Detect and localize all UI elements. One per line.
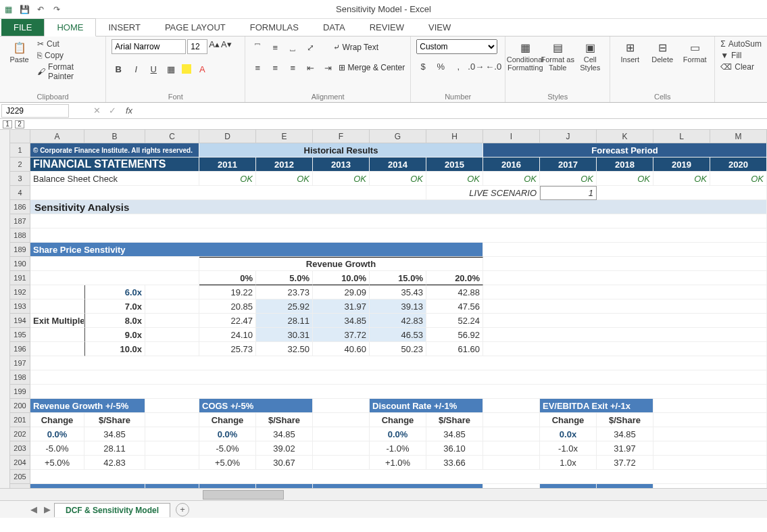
- cell[interactable]: [30, 342, 84, 356]
- row-header[interactable]: 195: [10, 328, 30, 342]
- row-header[interactable]: 201: [10, 413, 30, 427]
- row-header[interactable]: 187: [10, 214, 30, 228]
- cell[interactable]: [30, 470, 767, 484]
- row-header[interactable]: 193: [10, 299, 30, 314]
- conditional-formatting-button[interactable]: ▦Conditional Formatting: [511, 39, 539, 72]
- row-header[interactable]: 191: [10, 271, 30, 285]
- cell[interactable]: $/Share: [84, 413, 145, 427]
- cell[interactable]: 42.88: [426, 285, 483, 299]
- col-header[interactable]: A: [30, 130, 84, 143]
- increase-decimal-icon[interactable]: .0→: [469, 59, 483, 73]
- cell[interactable]: 34.85: [84, 427, 145, 441]
- cell[interactable]: 6.0x: [84, 285, 145, 299]
- cell[interactable]: 0.0x: [540, 427, 597, 441]
- cell[interactable]: [145, 285, 199, 299]
- cell[interactable]: [483, 441, 540, 456]
- cell[interactable]: Change: [199, 413, 256, 427]
- insert-cells-button[interactable]: ⊞Insert: [616, 39, 644, 64]
- cell[interactable]: 10.0x: [84, 342, 145, 356]
- italic-button[interactable]: I: [129, 62, 143, 76]
- cell[interactable]: [313, 441, 370, 456]
- cell[interactable]: [653, 456, 767, 470]
- tab-data[interactable]: DATA: [311, 19, 357, 36]
- cell[interactable]: [145, 399, 199, 413]
- cell[interactable]: [313, 456, 370, 470]
- decrease-decimal-icon[interactable]: ←.0: [487, 59, 500, 73]
- align-bottom-icon[interactable]: ⎵: [286, 41, 299, 54]
- cell[interactable]: 28.11: [84, 441, 145, 456]
- cell[interactable]: 23.73: [256, 285, 313, 299]
- cell[interactable]: [597, 186, 767, 200]
- percent-icon[interactable]: %: [434, 59, 447, 73]
- cell[interactable]: [145, 456, 199, 470]
- cell[interactable]: Sensitivity Analysis: [30, 200, 767, 214]
- cell[interactable]: 30.31: [256, 328, 313, 342]
- cell[interactable]: LIVE SCENARIO: [426, 186, 540, 200]
- col-header[interactable]: D: [199, 130, 256, 143]
- cell[interactable]: 34.85: [597, 427, 653, 441]
- border-button[interactable]: ▦: [164, 62, 178, 76]
- fill-color-button[interactable]: [182, 64, 191, 74]
- save-icon[interactable]: 💾: [19, 4, 30, 15]
- cell[interactable]: Forecast Period: [483, 143, 767, 158]
- cell[interactable]: [145, 342, 199, 356]
- cell[interactable]: [483, 413, 540, 427]
- cell[interactable]: [30, 214, 767, 228]
- cell[interactable]: 34.85: [256, 427, 313, 441]
- cell[interactable]: [145, 314, 199, 328]
- cell[interactable]: 2011: [199, 158, 256, 172]
- font-size-select[interactable]: [187, 39, 207, 54]
- cell[interactable]: 37.72: [313, 328, 370, 342]
- cell[interactable]: 19.22: [199, 285, 256, 299]
- row-header[interactable]: 196: [10, 342, 30, 356]
- row-header[interactable]: 186: [10, 200, 30, 214]
- sheet-tab-active[interactable]: DCF & Sensitivity Model: [54, 503, 170, 517]
- cell[interactable]: OK: [653, 172, 710, 186]
- cell[interactable]: +5.0%: [199, 456, 256, 470]
- undo-icon[interactable]: ↶: [35, 4, 46, 15]
- row-header[interactable]: 203: [10, 441, 30, 456]
- cell[interactable]: 40.60: [313, 342, 370, 356]
- cell[interactable]: 24.10: [199, 328, 256, 342]
- cell[interactable]: [653, 413, 767, 427]
- add-sheet-button[interactable]: +: [176, 503, 189, 516]
- cell[interactable]: Revenue Growth +/-5%: [30, 399, 145, 413]
- cell[interactable]: 29.09: [313, 285, 370, 299]
- cell[interactable]: [483, 271, 767, 285]
- cell[interactable]: 2016: [483, 158, 540, 172]
- cell[interactable]: 2017: [540, 158, 597, 172]
- align-left-icon[interactable]: ≡: [251, 61, 264, 74]
- cell[interactable]: OK: [426, 172, 483, 186]
- cell[interactable]: [483, 427, 540, 441]
- tab-insert[interactable]: INSERT: [96, 19, 152, 36]
- cell[interactable]: Exit Multiple: [30, 314, 84, 328]
- cell[interactable]: [483, 243, 767, 257]
- redo-icon[interactable]: ↷: [51, 4, 62, 15]
- cell[interactable]: FINANCIAL STATEMENTS: [30, 158, 199, 172]
- cell[interactable]: 31.97: [597, 441, 653, 456]
- row-header[interactable]: 197: [10, 356, 30, 370]
- cell[interactable]: Historical Results: [199, 143, 483, 158]
- tab-page-layout[interactable]: PAGE LAYOUT: [153, 19, 238, 36]
- cell[interactable]: [313, 413, 370, 427]
- font-name-select[interactable]: [112, 39, 186, 54]
- formula-input[interactable]: [138, 104, 767, 118]
- cell[interactable]: 32.50: [256, 342, 313, 356]
- cell[interactable]: [483, 399, 540, 413]
- tab-review[interactable]: REVIEW: [357, 19, 416, 36]
- format-painter-button[interactable]: 🖌Format Painter: [37, 62, 100, 81]
- cell[interactable]: -1.0%: [370, 441, 426, 456]
- row-header[interactable]: 202: [10, 427, 30, 441]
- cell[interactable]: 15.0%: [370, 271, 426, 285]
- cell[interactable]: 42.83: [84, 456, 145, 470]
- cell[interactable]: 25.92: [256, 299, 313, 314]
- row-header[interactable]: 199: [10, 385, 30, 399]
- fx-icon[interactable]: fx: [126, 105, 132, 116]
- cancel-icon[interactable]: ✕: [93, 105, 101, 116]
- cell[interactable]: 33.66: [426, 456, 483, 470]
- cell[interactable]: 20.0%: [426, 271, 483, 285]
- col-header[interactable]: F: [313, 130, 370, 143]
- cell[interactable]: 1.0x: [540, 456, 597, 470]
- cell[interactable]: -5.0%: [199, 441, 256, 456]
- format-cells-button[interactable]: ▭Format: [681, 39, 709, 64]
